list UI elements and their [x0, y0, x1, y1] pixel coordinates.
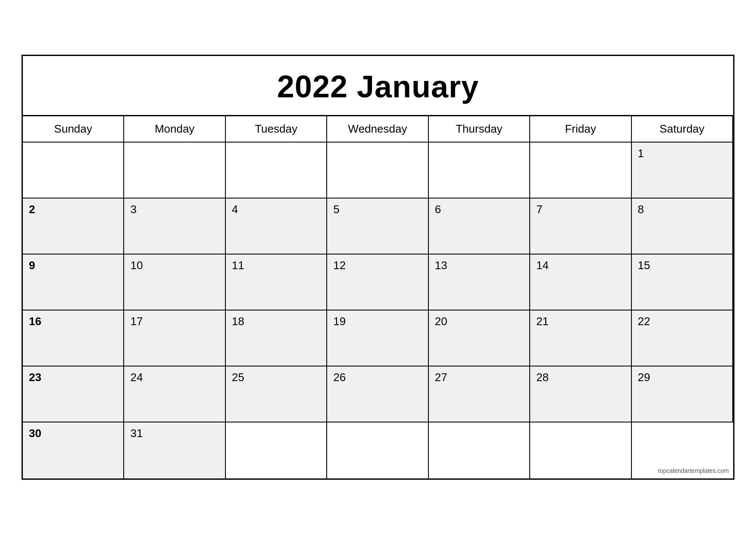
calendar-cell: 3: [124, 199, 225, 255]
day-header-thursday: Thursday: [429, 116, 530, 143]
calendar-cell: 25: [226, 366, 327, 422]
calendar-cell: [23, 143, 124, 199]
calendar-cell: 10: [124, 255, 225, 310]
calendar-cell: 15: [632, 255, 733, 310]
calendar-cell: 1: [632, 143, 733, 199]
calendar-cell: 30: [23, 422, 124, 478]
day-number: 17: [130, 315, 143, 328]
calendar-cell: 14: [530, 255, 631, 310]
day-number: 10: [130, 259, 143, 272]
calendar-cell: [327, 143, 428, 199]
calendar-cell: 24: [124, 366, 225, 422]
calendar-title: 2022 January: [23, 56, 733, 116]
day-header-monday: Monday: [124, 116, 225, 143]
calendar-grid: SundayMondayTuesdayWednesdayThursdayFrid…: [23, 116, 733, 478]
day-number: 31: [130, 427, 143, 440]
calendar-cell: 27: [429, 366, 530, 422]
calendar-cell: 19: [327, 310, 428, 366]
day-number: 30: [29, 427, 41, 440]
calendar-cell: 23: [23, 366, 124, 422]
calendar-cell: 31: [124, 422, 225, 478]
day-number: 7: [536, 203, 542, 216]
watermark-text: topcalendartemplates.com: [658, 467, 729, 474]
calendar-cell: [226, 143, 327, 199]
day-number: 4: [232, 203, 238, 216]
calendar-container: 2022 January SundayMondayTuesdayWednesda…: [22, 55, 734, 480]
day-number: 22: [638, 315, 650, 328]
calendar-cell: 21: [530, 310, 631, 366]
day-number: 16: [29, 315, 41, 328]
calendar-cell: 22: [632, 310, 733, 366]
day-number: 15: [638, 259, 650, 272]
calendar-cell: 9: [23, 255, 124, 310]
day-number: 9: [29, 259, 35, 272]
day-number: 2: [29, 203, 35, 216]
calendar-cell: 18: [226, 310, 327, 366]
calendar-cell: [429, 422, 530, 478]
calendar-cell: [226, 422, 327, 478]
calendar-cell: 2: [23, 199, 124, 255]
day-number: 14: [536, 259, 549, 272]
day-number: 1: [638, 147, 644, 160]
calendar-cell: 28: [530, 366, 631, 422]
day-header-saturday: Saturday: [632, 116, 733, 143]
day-number: 5: [333, 203, 339, 216]
day-header-tuesday: Tuesday: [226, 116, 327, 143]
day-number: 11: [232, 259, 244, 272]
day-number: 23: [29, 371, 41, 384]
calendar-cell: [327, 422, 428, 478]
day-number: 21: [536, 315, 549, 328]
day-header-sunday: Sunday: [23, 116, 124, 143]
day-header-wednesday: Wednesday: [327, 116, 428, 143]
calendar-cell: 6: [429, 199, 530, 255]
calendar-cell: topcalendartemplates.com: [632, 422, 733, 478]
calendar-cell: 13: [429, 255, 530, 310]
calendar-cell: 26: [327, 366, 428, 422]
calendar-cell: 12: [327, 255, 428, 310]
calendar-cell: 17: [124, 310, 225, 366]
day-number: 25: [232, 371, 244, 384]
calendar-cell: 29: [632, 366, 733, 422]
day-header-friday: Friday: [530, 116, 631, 143]
day-number: 26: [333, 371, 346, 384]
calendar-cell: 11: [226, 255, 327, 310]
calendar-cell: 8: [632, 199, 733, 255]
day-number: 20: [435, 315, 447, 328]
day-number: 28: [536, 371, 549, 384]
day-number: 19: [333, 315, 346, 328]
calendar-cell: [124, 143, 225, 199]
day-number: 29: [638, 371, 650, 384]
calendar-cell: 5: [327, 199, 428, 255]
calendar-cell: [530, 143, 631, 199]
day-number: 8: [638, 203, 644, 216]
day-number: 13: [435, 259, 447, 272]
day-number: 6: [435, 203, 441, 216]
day-number: 12: [333, 259, 346, 272]
day-number: 24: [130, 371, 143, 384]
calendar-cell: 20: [429, 310, 530, 366]
calendar-cell: 4: [226, 199, 327, 255]
day-number: 27: [435, 371, 447, 384]
calendar-cell: 16: [23, 310, 124, 366]
day-number: 3: [130, 203, 136, 216]
calendar-cell: [429, 143, 530, 199]
calendar-cell: [530, 422, 631, 478]
day-number: 18: [232, 315, 244, 328]
calendar-cell: 7: [530, 199, 631, 255]
